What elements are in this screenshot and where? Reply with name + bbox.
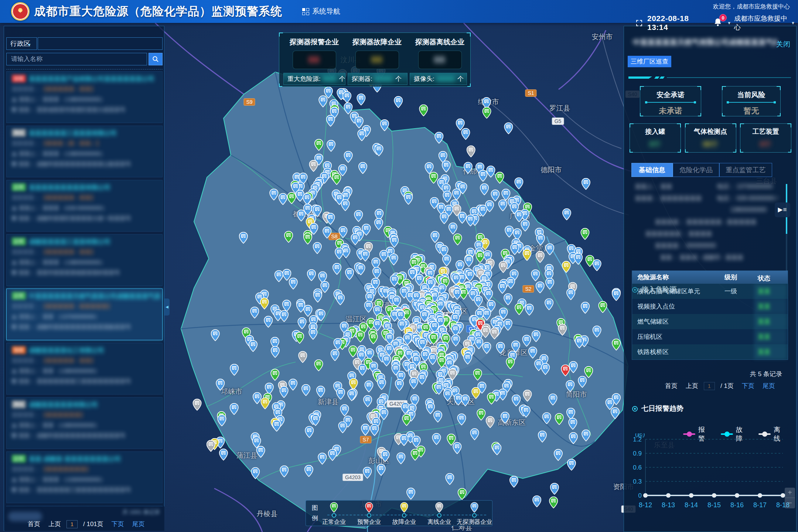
map-marker-blue[interactable] — [536, 234, 545, 245]
map-marker-blue[interactable] — [395, 379, 403, 391]
table-row[interactable]: 压缩机区某某 — [632, 329, 788, 344]
map-marker-blue[interactable] — [340, 405, 348, 416]
map-marker-blue[interactable] — [382, 355, 391, 366]
map-marker-blue[interactable] — [575, 337, 583, 348]
map-marker-blue[interactable] — [581, 302, 589, 313]
map-marker-gray[interactable] — [499, 261, 507, 272]
map-marker-blue[interactable] — [303, 194, 311, 205]
map-marker-blue[interactable] — [370, 424, 378, 436]
map-marker-blue[interactable] — [257, 446, 265, 457]
map-marker-blue[interactable] — [451, 335, 460, 346]
page-next[interactable]: 下页 — [112, 520, 124, 528]
map-marker-blue[interactable] — [504, 294, 512, 305]
district-value-input[interactable] — [38, 37, 163, 50]
map-marker-blue[interactable] — [554, 449, 562, 460]
map-marker-green[interactable] — [581, 228, 589, 239]
data-point-离线[interactable] — [666, 493, 671, 498]
map-marker-blue[interactable] — [464, 353, 472, 364]
page-next[interactable]: 下页 — [742, 382, 754, 390]
map-marker-blue[interactable] — [328, 449, 337, 460]
page-prev[interactable]: 上页 — [686, 382, 698, 390]
chevron-down-icon[interactable]: ▼ — [791, 21, 795, 25]
company-list-item[interactable]: 离线某某某某某某工某某某有限公司某某某某： 【某某某（某 - 某某）】某某人： … — [6, 126, 163, 177]
map-marker-blue[interactable] — [397, 453, 405, 464]
map-marker-blue[interactable] — [429, 354, 437, 365]
map-marker-green[interactable] — [271, 369, 279, 380]
zoom-out-button[interactable]: − — [785, 498, 795, 508]
map-marker-blue[interactable] — [515, 178, 523, 189]
map-marker-green[interactable] — [584, 366, 593, 378]
map-marker-blue[interactable] — [309, 328, 317, 339]
map-marker-green[interactable] — [482, 107, 491, 118]
map-marker-gray[interactable] — [523, 390, 531, 401]
map-marker-blue[interactable] — [230, 364, 238, 375]
map-marker-blue[interactable] — [275, 270, 283, 282]
map-marker-blue[interactable] — [378, 378, 386, 389]
map-marker-red[interactable] — [561, 365, 569, 376]
company-list-item[interactable]: 预警成都某某某某化工有限公司某某某某： 【某某某某某 - 某某】某某人： 某某 … — [6, 343, 163, 395]
fullscreen-icon[interactable] — [636, 20, 642, 26]
map-marker-blue[interactable] — [482, 309, 491, 320]
map-marker-blue[interactable] — [317, 386, 325, 397]
map-marker-blue[interactable] — [264, 316, 272, 327]
map-marker-blue[interactable] — [336, 294, 344, 305]
map-marker-blue[interactable] — [363, 467, 371, 478]
map-marker-blue[interactable] — [355, 117, 363, 128]
map-marker-blue[interactable] — [390, 236, 398, 247]
map-marker-blue[interactable] — [449, 223, 457, 234]
map-marker-green[interactable] — [477, 409, 485, 420]
map-marker-blue[interactable] — [319, 96, 327, 107]
map-marker-blue[interactable] — [432, 433, 440, 444]
map-marker-blue[interactable] — [569, 433, 577, 444]
panel-toggle-button[interactable]: ▶≡ — [775, 202, 790, 217]
map-marker-blue[interactable] — [505, 226, 513, 237]
map-marker-blue[interactable] — [327, 140, 335, 151]
company-list-item[interactable]: 离线成都某某某某某有限公司某某某某： 【某某某某某某】某某人： 某某 （1380… — [6, 397, 163, 449]
page-first[interactable]: 首页 — [28, 520, 40, 528]
map-marker-blue[interactable] — [335, 248, 343, 259]
map-marker-blue[interactable] — [321, 282, 329, 293]
map-marker-blue[interactable] — [443, 389, 451, 400]
map-marker-blue[interactable] — [479, 170, 487, 181]
map-marker-blue[interactable] — [533, 496, 541, 507]
map-marker-blue[interactable] — [446, 473, 454, 484]
map-marker-blue[interactable] — [218, 415, 226, 426]
map-marker-green[interactable] — [495, 172, 504, 183]
map-marker-blue[interactable] — [545, 299, 553, 310]
map-marker-green[interactable] — [411, 449, 419, 460]
map-marker-blue[interactable] — [521, 220, 529, 231]
map-marker-blue[interactable] — [536, 282, 544, 293]
map-marker-blue[interactable] — [404, 193, 412, 204]
table-row[interactable]: 液化石油气储罐区单元一级某某 — [632, 284, 788, 299]
map-marker-blue[interactable] — [343, 92, 351, 103]
map-marker-green[interactable] — [296, 332, 304, 343]
map-marker-blue[interactable] — [593, 260, 601, 271]
map-marker-blue[interactable] — [251, 467, 259, 478]
search-button[interactable] — [149, 53, 163, 65]
map-marker-blue[interactable] — [271, 346, 279, 357]
map-marker-green[interactable] — [315, 139, 323, 150]
map-marker-blue[interactable] — [390, 254, 398, 265]
map-marker-blue[interactable] — [280, 466, 288, 477]
map-marker-blue[interactable] — [461, 128, 470, 139]
map-marker-yellow[interactable] — [562, 261, 570, 272]
map-marker-green[interactable] — [476, 251, 484, 262]
map-marker-blue[interactable] — [425, 163, 433, 174]
map-marker-blue[interactable] — [250, 307, 259, 318]
map-marker-blue[interactable] — [216, 379, 224, 390]
map-marker-gray[interactable] — [467, 146, 475, 157]
map-marker-blue[interactable] — [344, 103, 352, 114]
map-marker-blue[interactable] — [305, 465, 313, 476]
map-marker-blue[interactable] — [567, 408, 575, 419]
map-marker-blue[interactable] — [283, 269, 291, 280]
zoom-in-button[interactable]: + — [785, 488, 795, 498]
map-marker-blue[interactable] — [458, 212, 466, 223]
map-marker-blue[interactable] — [453, 288, 461, 299]
map-marker-gray[interactable] — [309, 160, 317, 171]
map-marker-blue[interactable] — [456, 119, 464, 130]
data-point-离线[interactable] — [735, 493, 739, 498]
map-marker-green[interactable] — [402, 414, 410, 425]
tab-key-processes[interactable]: 重点监管工艺 — [719, 163, 772, 177]
map-marker-blue[interactable] — [358, 364, 366, 375]
map-marker-blue[interactable] — [211, 330, 219, 341]
